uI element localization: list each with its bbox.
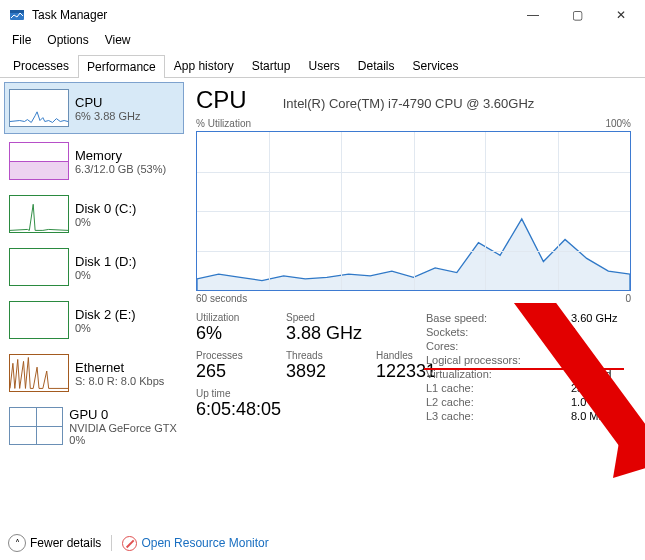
tab-details[interactable]: Details (349, 54, 404, 77)
threads-value: 3892 (286, 361, 356, 382)
sidebar-item-disk1[interactable]: Disk 1 (D:) 0% (4, 241, 184, 293)
sidebar-item-cpu[interactable]: CPU 6% 3.88 GHz (4, 82, 184, 134)
detail-val: 1.0 MB (571, 396, 631, 408)
detail-key: Base speed: (426, 312, 487, 324)
sidebar-item-memory[interactable]: Memory 6.3/12.0 GB (53%) (4, 135, 184, 187)
disk-thumb-icon (9, 195, 69, 233)
speed-value: 3.88 GHz (286, 323, 362, 344)
threads-label: Threads (286, 350, 356, 361)
detail-key: Sockets: (426, 326, 468, 338)
sidebar-item-disk0[interactable]: Disk 0 (C:) 0% (4, 188, 184, 240)
cpu-utilization-chart (196, 131, 631, 291)
sidebar: CPU 6% 3.88 GHz Memory 6.3/12.0 GB (53%)… (0, 78, 188, 528)
chevron-up-icon: ˄ (8, 534, 26, 552)
detail-val: 8.0 MB (571, 410, 631, 422)
sidebar-item-label: Disk 2 (E:) (75, 307, 136, 322)
menu-file[interactable]: File (4, 31, 39, 49)
cpu-thumb-icon (9, 89, 69, 127)
open-resource-monitor-link[interactable]: Open Resource Monitor (122, 536, 268, 551)
open-resource-monitor-label: Open Resource Monitor (141, 536, 268, 550)
detail-val: 8 (571, 354, 631, 366)
app-icon (8, 6, 26, 24)
disk-thumb-icon (9, 248, 69, 286)
axis-top-right: 100% (605, 118, 631, 129)
detail-val: 1 (571, 326, 631, 338)
uptime-label: Up time (196, 388, 426, 399)
sidebar-item-sub: 6% 3.88 GHz (75, 110, 140, 122)
sidebar-item-label: Ethernet (75, 360, 164, 375)
processes-value: 265 (196, 361, 266, 382)
sidebar-item-sub: 0% (75, 269, 136, 281)
sidebar-item-sub2: 0% (69, 434, 179, 446)
window-controls: — ▢ ✕ (511, 0, 643, 30)
svg-marker-2 (613, 418, 645, 478)
detail-val: 4 (571, 340, 631, 352)
sidebar-item-label: Disk 0 (C:) (75, 201, 136, 216)
close-button[interactable]: ✕ (599, 0, 643, 30)
sidebar-item-label: CPU (75, 95, 140, 110)
main-panel: CPU Intel(R) Core(TM) i7-4790 CPU @ 3.60… (188, 78, 645, 528)
tab-app-history[interactable]: App history (165, 54, 243, 77)
sidebar-item-label: Disk 1 (D:) (75, 254, 136, 269)
menubar: File Options View (0, 30, 645, 50)
detail-key: L3 cache: (426, 410, 474, 422)
disk-thumb-icon (9, 301, 69, 339)
tab-users[interactable]: Users (299, 54, 348, 77)
titlebar: Task Manager — ▢ ✕ (0, 0, 645, 30)
minimize-button[interactable]: — (511, 0, 555, 30)
sidebar-item-ethernet[interactable]: Ethernet S: 8.0 R: 8.0 Kbps (4, 347, 184, 399)
sidebar-item-sub: 0% (75, 216, 136, 228)
detail-key: L2 cache: (426, 396, 474, 408)
sidebar-item-sub: 6.3/12.0 GB (53%) (75, 163, 166, 175)
tabstrip: Processes Performance App history Startu… (0, 50, 645, 78)
sidebar-item-label: GPU 0 (69, 407, 179, 422)
tab-services[interactable]: Services (404, 54, 468, 77)
sidebar-item-sub: NVIDIA GeForce GTX … (69, 422, 179, 434)
sidebar-item-sub: S: 8.0 R: 8.0 Kbps (75, 375, 164, 387)
tab-startup[interactable]: Startup (243, 54, 300, 77)
detail-val: 3.60 GHz (571, 312, 631, 324)
ethernet-thumb-icon (9, 354, 69, 392)
page-title: CPU (196, 86, 247, 114)
sidebar-item-gpu0[interactable]: GPU 0 NVIDIA GeForce GTX … 0% (4, 400, 184, 452)
menu-options[interactable]: Options (39, 31, 96, 49)
axis-bottom-right: 0 (625, 293, 631, 304)
menu-view[interactable]: View (97, 31, 139, 49)
detail-key: Cores: (426, 340, 458, 352)
detail-key: Logical processors: (426, 354, 521, 366)
utilization-value: 6% (196, 323, 266, 344)
utilization-label: Utilization (196, 312, 266, 323)
detail-key: L1 cache: (426, 382, 474, 394)
sidebar-item-sub: 0% (75, 322, 136, 334)
fewer-details-button[interactable]: ˄ Fewer details (8, 534, 101, 552)
window-title: Task Manager (32, 8, 511, 22)
cpu-model-label: Intel(R) Core(TM) i7-4790 CPU @ 3.60GHz (283, 96, 535, 111)
tab-performance[interactable]: Performance (78, 55, 165, 78)
svg-rect-1 (10, 10, 24, 13)
speed-label: Speed (286, 312, 362, 323)
resource-monitor-icon (122, 536, 137, 551)
detail-val: 256 KB (571, 382, 631, 394)
axis-top-left: % Utilization (196, 118, 251, 129)
axis-bottom-left: 60 seconds (196, 293, 247, 304)
sidebar-item-label: Memory (75, 148, 166, 163)
gpu-thumb-icon (9, 407, 63, 445)
maximize-button[interactable]: ▢ (555, 0, 599, 30)
content: CPU 6% 3.88 GHz Memory 6.3/12.0 GB (53%)… (0, 78, 645, 528)
footer: ˄ Fewer details Open Resource Monitor (8, 534, 269, 552)
fewer-details-label: Fewer details (30, 536, 101, 550)
annotation-underline (424, 368, 624, 370)
processes-label: Processes (196, 350, 266, 361)
separator (111, 535, 112, 551)
uptime-value: 6:05:48:05 (196, 399, 426, 420)
tab-processes[interactable]: Processes (4, 54, 78, 77)
memory-thumb-icon (9, 142, 69, 180)
sidebar-item-disk2[interactable]: Disk 2 (E:) 0% (4, 294, 184, 346)
